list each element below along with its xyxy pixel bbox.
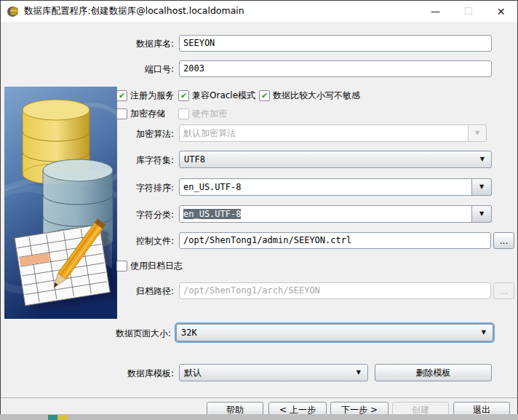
db-charset-label: 库字符集: bbox=[73, 154, 174, 167]
template-combobox[interactable]: 默认 ▼ bbox=[179, 364, 368, 381]
port-input[interactable]: 2003 bbox=[179, 60, 492, 77]
control-file-input[interactable]: /opt/ShenTong1/admin/SEEYON.ctrl bbox=[179, 232, 491, 249]
checkbox-box bbox=[116, 261, 127, 272]
checkbox-label: 使用归档日志 bbox=[130, 260, 183, 272]
checkbox-box: ✔ bbox=[259, 90, 270, 101]
combobox-value: UTF8 bbox=[184, 154, 205, 165]
archive-path-input: /opt/ShenTong1/arch/SEEYON bbox=[179, 282, 491, 299]
combobox-value: en_US.UTF-8 bbox=[183, 182, 241, 192]
chevron-down-icon: ▼ bbox=[468, 124, 487, 142]
checkbox-register-service[interactable]: ✔ 注册为服务 bbox=[116, 90, 174, 102]
dialog-window: 数据库配置程序:创建数据库@localhost.localdomain — ☐ … bbox=[0, 0, 518, 415]
checkbox-hardware-encryption: 硬件加密 bbox=[178, 108, 227, 120]
checkbox-label: 硬件加密 bbox=[192, 108, 227, 120]
check-icon: ✔ bbox=[119, 92, 125, 100]
checkbox-label: 兼容Oracle模式 bbox=[192, 90, 255, 102]
chevron-down-icon: ▼ bbox=[482, 325, 486, 341]
db-name-label: 数据库名: bbox=[73, 38, 174, 50]
template-label: 数据库模板: bbox=[73, 368, 174, 380]
desktop-background-strip bbox=[0, 414, 518, 420]
checkbox-box: ✔ bbox=[178, 90, 189, 101]
window-title: 数据库配置程序:创建数据库@localhost.localdomain bbox=[24, 5, 244, 17]
archive-path-label: 归档路径: bbox=[73, 285, 174, 298]
window-controls: — ☐ ✕ bbox=[419, 1, 517, 22]
checkbox-box bbox=[178, 108, 189, 119]
chevron-down-icon: ▼ bbox=[356, 365, 361, 381]
combobox-value: 默认 bbox=[184, 368, 202, 378]
checkbox-archive-log[interactable]: 使用归档日志 bbox=[116, 260, 183, 272]
control-file-label: 控制文件: bbox=[73, 235, 174, 247]
minimize-button[interactable]: — bbox=[419, 1, 452, 22]
separator bbox=[1, 397, 517, 398]
chevron-down-icon[interactable]: ▼ bbox=[471, 205, 492, 223]
checkbox-label: 数据比较大小写不敏感 bbox=[273, 90, 360, 102]
combobox-value: 32K bbox=[181, 328, 197, 338]
maximize-button: ☐ bbox=[452, 1, 485, 22]
combobox-value-selected: en_US.UTF-8 bbox=[183, 209, 241, 219]
chevron-down-icon: ▼ bbox=[480, 151, 485, 167]
desktop-color-accent bbox=[48, 415, 57, 420]
checkbox-box bbox=[116, 108, 127, 119]
chevron-down-icon[interactable]: ▼ bbox=[471, 178, 492, 196]
check-icon: ✔ bbox=[180, 92, 187, 100]
collation-label: 字符排序: bbox=[73, 182, 174, 194]
ctype-label: 字符分类: bbox=[73, 209, 174, 221]
checkbox-box: ✔ bbox=[116, 90, 127, 101]
app-icon bbox=[7, 5, 19, 17]
encryption-algorithm-label: 加密算法: bbox=[73, 128, 174, 140]
db-name-input[interactable]: SEEYON bbox=[179, 35, 492, 52]
checkbox-label: 注册为服务 bbox=[130, 90, 174, 102]
encryption-algorithm-combobox: 默认加密算法 ▼ bbox=[179, 124, 487, 142]
page-size-label: 数据页面大小: bbox=[65, 328, 171, 340]
check-icon: ✔ bbox=[261, 92, 268, 100]
checkbox-case-insensitive[interactable]: ✔ 数据比较大小写不敏感 bbox=[259, 90, 360, 102]
combobox-value: 默认加密算法 bbox=[183, 128, 236, 138]
checkbox-label: 加密存储 bbox=[130, 108, 165, 120]
close-button[interactable]: ✕ bbox=[485, 1, 517, 22]
db-charset-combobox[interactable]: UTF8 ▼ bbox=[179, 151, 492, 168]
desktop-color-accent bbox=[57, 415, 68, 420]
database-illustration bbox=[4, 87, 117, 319]
ctype-combobox[interactable]: en_US.UTF-8 ▼ bbox=[179, 205, 492, 223]
page-size-combobox[interactable]: 32K ▼ bbox=[176, 324, 493, 341]
delete-template-button[interactable]: 删除模板 bbox=[375, 364, 492, 381]
checkbox-encrypted-storage[interactable]: 加密存储 bbox=[116, 108, 165, 120]
control-file-browse-button[interactable]: ... bbox=[493, 232, 514, 249]
port-label: 端口号: bbox=[73, 63, 174, 76]
collation-combobox[interactable]: en_US.UTF-8 ▼ bbox=[179, 178, 492, 196]
checkbox-oracle-mode[interactable]: ✔ 兼容Oracle模式 bbox=[178, 90, 255, 102]
archive-path-browse-button: ... bbox=[493, 282, 514, 299]
titlebar: 数据库配置程序:创建数据库@localhost.localdomain — ☐ … bbox=[1, 1, 517, 22]
